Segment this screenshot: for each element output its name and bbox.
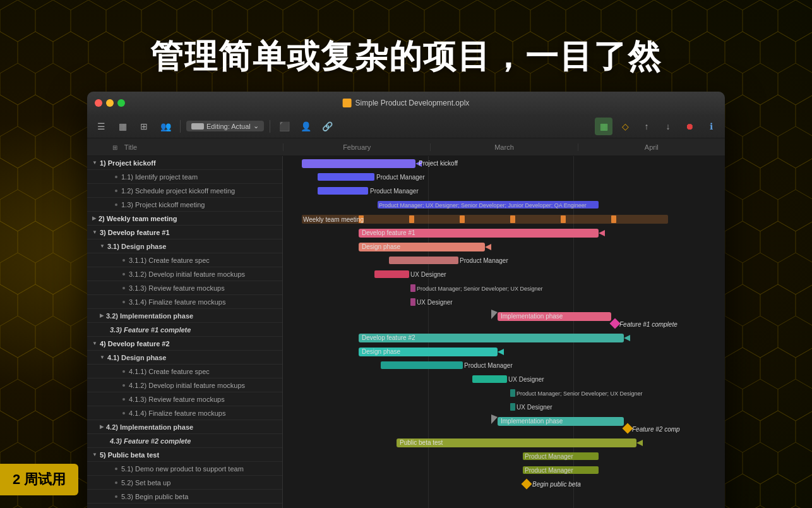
task-label: 5.3) Begin public beta (121, 493, 188, 500)
task-row[interactable]: ▼ 4.1) Design phase (87, 351, 282, 365)
title-area: 管理简单或复杂的项目，一目了然 (0, 0, 812, 92)
task-row[interactable]: ▶ 4.2) Implementation phase (87, 420, 282, 434)
expand-icon: ▼ (92, 229, 97, 235)
close-button[interactable] (95, 99, 102, 107)
trial-badge: 2 周试用 (0, 464, 78, 495)
svg-marker-30 (491, 310, 498, 319)
task-row[interactable]: 5.2) Set beta up (87, 476, 282, 490)
expand-icon: ▼ (100, 243, 105, 249)
titlebar: Simple Product Development.oplx (87, 92, 725, 114)
task-row[interactable]: 5.3) Begin public beta (87, 490, 282, 504)
task-row[interactable]: ▼ 5) Public beta test (87, 448, 282, 462)
people-button[interactable]: 👥 (157, 118, 174, 135)
record-button[interactable]: ⏺ (681, 118, 698, 135)
bullet-icon (115, 468, 117, 470)
task-label: 4.1.2) Develop initial feature mockups (129, 382, 245, 389)
task-row[interactable]: ▶ 2) Weekly team meeting (87, 212, 282, 226)
window-title: Simple Product Development.oplx (343, 99, 470, 107)
task-row[interactable]: 3.1.3) Review feature mockups (87, 281, 282, 295)
maximize-button[interactable] (117, 99, 125, 107)
user-button[interactable]: 👤 (297, 118, 315, 135)
gantt-view-button[interactable]: ▦ (114, 118, 131, 135)
outline-view-button[interactable]: ☰ (92, 118, 110, 135)
task-label: 3.2) Implementation phase (106, 312, 193, 320)
task-row[interactable]: ▼ 3.1) Design phase (87, 239, 282, 253)
info-button[interactable]: ℹ (702, 118, 720, 135)
bullet-icon (122, 259, 125, 262)
task-label: 2) Weekly team meeting (99, 215, 177, 222)
svg-rect-3 (318, 187, 368, 195)
svg-rect-46 (510, 403, 515, 411)
grid-button[interactable]: ▦ (595, 118, 612, 135)
svg-rect-9 (409, 215, 414, 223)
export-button[interactable]: ↑ (638, 118, 655, 135)
svg-marker-35 (624, 335, 630, 341)
filter-button[interactable]: ⬛ (276, 118, 294, 135)
task-row[interactable]: 4.3) Feature #2 complete (87, 434, 282, 448)
task-label: 3) Develop feature #1 (100, 229, 170, 236)
task-row[interactable]: 3.1.1) Create feature spec (87, 253, 282, 267)
svg-text:Product Manager; Senior Develo: Product Manager; Senior Developer; UX De… (516, 390, 643, 397)
task-row[interactable]: 1.1) Identify project team (87, 170, 282, 184)
svg-text:UX Designer: UX Designer (508, 376, 544, 383)
diamond-button[interactable]: ◇ (616, 118, 634, 135)
task-row[interactable]: 3.1.4) Finalize feature mockups (87, 295, 282, 309)
task-row[interactable]: 4.1.4) Finalize feature mockups (87, 406, 282, 420)
svg-marker-16 (599, 230, 605, 236)
import-button[interactable]: ↓ (659, 118, 677, 135)
task-row[interactable]: 1.3) Project kickoff meeting (87, 198, 282, 212)
task-row[interactable]: 4.1.2) Develop initial feature mockups (87, 378, 282, 392)
task-label: 1) Project kickoff (100, 159, 156, 167)
resource-view-button[interactable]: ⊞ (135, 118, 153, 135)
expand-icon: ▼ (92, 341, 97, 346)
task-label: 4.1.4) Finalize feature mockups (129, 409, 225, 417)
task-row[interactable]: ▼ 3) Develop feature #1 (87, 226, 282, 239)
task-row[interactable]: ▶ 3.2) Implementation phase (87, 309, 282, 323)
task-row[interactable]: ▼ 1) Project kickoff (87, 156, 282, 170)
task-label: 4) Develop feature #2 (100, 340, 170, 348)
svg-rect-10 (460, 215, 465, 223)
april-header: April (578, 143, 725, 151)
svg-text:Implementation phase: Implementation phase (501, 313, 563, 320)
task-row[interactable]: 3.1.2) Develop initial feature mockups (87, 267, 282, 281)
svg-rect-23 (374, 270, 409, 278)
task-label: 5.2) Set beta up (121, 479, 170, 487)
svg-text:Product Manager: Product Manager (460, 257, 508, 264)
svg-rect-44 (510, 389, 515, 397)
svg-rect-12 (561, 215, 566, 223)
bullet-icon (122, 398, 125, 401)
expand-icon: ▶ (92, 215, 96, 221)
task-label: 5) Public beta test (100, 451, 159, 459)
svg-rect-25 (410, 284, 415, 292)
task-label: 3.1.1) Create feature spec (129, 257, 210, 264)
label-project-kickoff: Project kickoff (419, 160, 458, 167)
minimize-button[interactable] (106, 99, 114, 107)
toolbar-right: ▦ ◇ ↑ ↓ ⏺ ℹ (595, 118, 720, 135)
page-title: 管理简单或复杂的项目，一目了然 (0, 35, 812, 79)
task-row[interactable]: 4.1.3) Review feature mockups (87, 392, 282, 406)
task-row[interactable]: 4.1.1) Create feature spec (87, 365, 282, 378)
task-label: 4.1.3) Review feature mockups (129, 396, 225, 403)
svg-text:Develop feature #1: Develop feature #1 (362, 229, 415, 236)
task-row[interactable]: ▼ 4) Develop feature #2 (87, 337, 282, 351)
gantt-area: Project kickoff Product Manager Product … (283, 156, 725, 508)
svg-rect-60 (522, 479, 532, 490)
bullet-icon (115, 176, 117, 178)
bullet-icon (115, 495, 117, 498)
title-column-header: ⊞ Title (87, 143, 283, 151)
task-label: 1.2) Schedule project kickoff meeting (121, 187, 235, 195)
task-row[interactable]: 3.3) Feature #1 complete (87, 323, 282, 337)
svg-text:UX Designer: UX Designer (410, 271, 446, 278)
editing-selector[interactable]: Editing: Actual ⌄ (186, 121, 264, 131)
svg-rect-1 (318, 173, 374, 181)
february-header: February (283, 143, 430, 151)
svg-text:Product Manager; Senior Develo: Product Manager; Senior Developer; UX De… (417, 286, 543, 292)
traffic-lights (95, 99, 125, 107)
task-label: 1.3) Project kickoff meeting (121, 201, 205, 209)
svg-text:UX Designer: UX Designer (417, 299, 453, 306)
link-button[interactable]: 🔗 (319, 118, 337, 135)
task-row[interactable]: 5.4) Run beta (87, 504, 282, 508)
task-row[interactable]: 5.1) Demo new product to support team (87, 462, 282, 476)
svg-text:Product Manager; UX Designer; : Product Manager; UX Designer; Senior Dev… (379, 202, 587, 209)
task-row[interactable]: 1.2) Schedule project kickoff meeting (87, 184, 282, 198)
